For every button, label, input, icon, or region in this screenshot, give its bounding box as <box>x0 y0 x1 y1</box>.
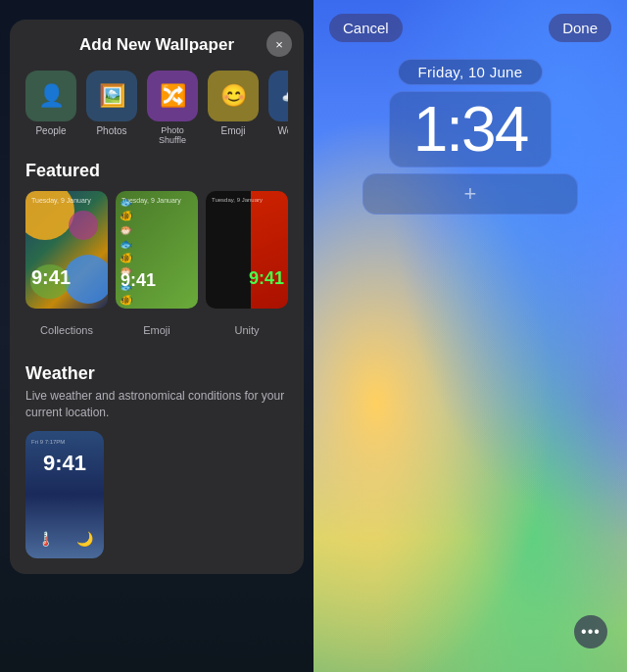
collections-bg: Tuesday, 9 January 9:41 <box>25 191 108 309</box>
emoji-date: Tuesday, 9 January <box>121 197 181 204</box>
add-widget-button[interactable]: + <box>362 173 578 215</box>
done-button[interactable]: Done <box>549 14 611 42</box>
more-dots-icon: ••• <box>581 624 601 640</box>
weather-preview-time: Fri 9 7:17PM <box>31 439 98 445</box>
modal-title: Add New Wallpaper <box>25 35 288 55</box>
fish-pattern: 🐟🐠🐡🐟🐠🐡🐟🐠🐡🐟🐠🐡🐟🐠🐡🐟🐠🐡🐟🐠🐡🐟🐠🐡🐟🐠🐡 <box>116 191 198 309</box>
unity-label: Unity <box>206 324 288 336</box>
shuffle-label: PhotoShuffle <box>159 125 186 145</box>
collections-card[interactable]: Tuesday, 9 January 9:41 <box>25 191 108 309</box>
unity-card[interactable]: Tuesday, 9 January 9:41 <box>206 191 288 309</box>
unity-date: Tuesday, 9 January <box>212 197 263 203</box>
right-top-bar: Cancel Done <box>314 0 627 56</box>
weather-section-title: Weather <box>25 363 288 384</box>
photos-icon: 🖼️ <box>86 71 137 121</box>
weather-preview-icons: 🌡️ 🌙 <box>25 531 104 547</box>
people-icon: 👤 <box>25 71 76 121</box>
collections-time: 9:41 <box>31 266 71 289</box>
lock-screen-content: Friday, 10 June 1:34 + <box>314 59 627 215</box>
add-widget-plus-icon: + <box>464 181 477 207</box>
people-label: People <box>35 125 66 136</box>
more-options-button[interactable]: ••• <box>574 615 607 648</box>
emoji-icon: 😊 <box>208 71 259 121</box>
left-panel: Add New Wallpaper × 👤 People 🖼️ Photos <box>0 0 314 672</box>
collections-overlay <box>25 191 108 309</box>
weather-preview-clock: 9:41 <box>25 451 104 476</box>
emoji-bg: 🐟🐠🐡🐟🐠🐡🐟🐠🐡🐟🐠🐡🐟🐠🐡🐟🐠🐡🐟🐠🐡🐟🐠🐡🐟🐠🐡 Tuesday, 9 J… <box>116 191 198 309</box>
category-people[interactable]: 👤 People <box>25 71 76 145</box>
featured-cards-wrapper: Tuesday, 9 January 9:41 🐟🐠🐡🐟🐠🐡🐟🐠🐡🐟🐠🐡🐟🐠🐡🐟… <box>25 191 288 336</box>
collections-label: Collections <box>25 324 108 336</box>
featured-title: Featured <box>25 161 288 181</box>
unity-time: 9:41 <box>249 268 284 289</box>
emoji-card-label: Emoji <box>116 324 198 336</box>
modal-overlay: Add New Wallpaper × 👤 People 🖼️ Photos <box>0 0 314 672</box>
category-weather[interactable]: ☁️ Weat… <box>268 71 288 145</box>
weather-label: Weat… <box>277 125 288 136</box>
emoji-label: Emoji <box>220 125 245 136</box>
collections-date: Tuesday, 9 January <box>31 197 91 204</box>
category-photos[interactable]: 🖼️ Photos <box>86 71 137 145</box>
time-display: 1:34 <box>413 98 528 161</box>
weather-description: Live weather and astronomical conditions… <box>25 388 288 421</box>
unity-black <box>206 191 251 309</box>
weather-icon: ☁️ <box>268 71 288 121</box>
unity-red <box>251 191 288 309</box>
temp-icon: 🌡️ <box>37 531 54 547</box>
photos-label: Photos <box>96 125 126 136</box>
shuffle-icon: 🔀 <box>147 71 198 121</box>
modal-close-button[interactable]: × <box>266 31 292 57</box>
time-display-box: 1:34 <box>389 91 553 168</box>
add-wallpaper-modal: Add New Wallpaper × 👤 People 🖼️ Photos <box>10 20 304 574</box>
card-labels-row: Collections Emoji Unity <box>25 324 288 336</box>
unity-bg: Tuesday, 9 January 9:41 <box>206 191 288 309</box>
emoji-card[interactable]: 🐟🐠🐡🐟🐠🐡🐟🐠🐡🐟🐠🐡🐟🐠🐡🐟🐠🐡🐟🐠🐡🐟🐠🐡🐟🐠🐡 Tuesday, 9 J… <box>116 191 198 309</box>
emoji-time: 9:41 <box>121 270 156 291</box>
date-display: Friday, 10 June <box>398 59 544 85</box>
cancel-button[interactable]: Cancel <box>329 14 403 42</box>
weather-preview[interactable]: Fri 9 7:17PM 9:41 🌡️ 🌙 <box>25 431 104 558</box>
featured-row: Tuesday, 9 January 9:41 🐟🐠🐡🐟🐠🐡🐟🐠🐡🐟🐠🐡🐟🐠🐡🐟… <box>25 191 288 309</box>
right-panel: Cancel Done Friday, 10 June 1:34 + ••• <box>314 0 627 672</box>
category-emoji[interactable]: 😊 Emoji <box>208 71 259 145</box>
moon-icon: 🌙 <box>76 531 93 547</box>
category-shuffle[interactable]: 🔀 PhotoShuffle <box>147 71 198 145</box>
category-row: 👤 People 🖼️ Photos 🔀 PhotoShuffle <box>25 71 288 145</box>
